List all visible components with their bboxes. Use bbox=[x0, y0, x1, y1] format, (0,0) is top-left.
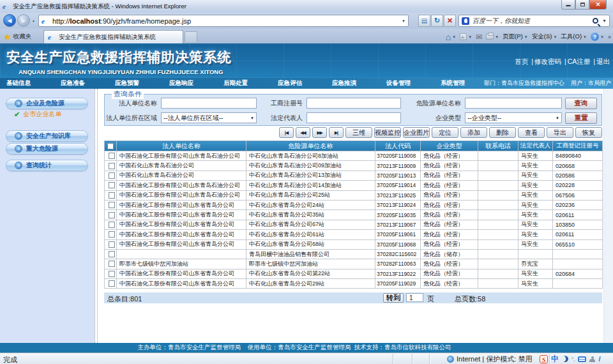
table-row[interactable]: 青岛田横中油油品销售有限公司370282C115602危化品（储存） bbox=[105, 249, 603, 259]
forward-button[interactable]: ► bbox=[17, 14, 30, 27]
security-menu-dropdown[interactable]: ▼ bbox=[553, 35, 557, 39]
toolbar-button[interactable]: 导出 bbox=[547, 127, 573, 138]
menu-item[interactable]: 设备管理 bbox=[380, 79, 434, 87]
nav-history-dropdown[interactable]: ▼ bbox=[32, 19, 35, 23]
sidebar-item-city-enterprise-list[interactable]: ✔全市企业名单 bbox=[14, 110, 61, 119]
menu-item[interactable]: 基础信息 bbox=[0, 79, 54, 87]
toolbar-button[interactable]: 定位 bbox=[432, 127, 458, 138]
toolbar-button[interactable]: 恢复 bbox=[575, 127, 602, 138]
mail-icon[interactable]: ✉ bbox=[476, 33, 482, 42]
favorites-button[interactable]: ★ 收藏夹 bbox=[4, 31, 31, 42]
menu-item[interactable]: 应急响应 bbox=[163, 79, 217, 87]
select-all-checkbox[interactable] bbox=[107, 143, 114, 149]
settings-wrench-icon[interactable]: / bbox=[598, 355, 600, 363]
feeds-icon[interactable] bbox=[460, 33, 467, 40]
table-row[interactable]: 中国石油化工股份有限公司山东省青岛分公司中石化山东省青岛分公司第22站37021… bbox=[105, 269, 603, 278]
legal-rep-input[interactable] bbox=[306, 112, 401, 123]
pager-nav-button[interactable]: ▶| bbox=[329, 127, 344, 138]
tools-menu[interactable]: 工具(O) bbox=[561, 33, 582, 41]
scrollbar-track[interactable] bbox=[603, 89, 613, 343]
row-checkbox[interactable] bbox=[109, 251, 115, 257]
row-checkbox[interactable] bbox=[109, 261, 115, 267]
row-checkbox[interactable] bbox=[109, 231, 115, 238]
registration-no-input[interactable] bbox=[306, 98, 401, 109]
fullwidth-mode-icon[interactable]: ☽ bbox=[561, 355, 569, 363]
soft-keyboard-icon[interactable] bbox=[578, 356, 586, 362]
punctuation-mode-icon[interactable]: °, bbox=[571, 356, 575, 362]
minimize-button[interactable]: ▬ bbox=[561, 0, 575, 10]
table-row[interactable]: 即墨市七级镇中岔河加油站即墨市七级镇中岔河加油站370282F110063危化品… bbox=[105, 259, 603, 269]
help-dropdown[interactable]: ▼ bbox=[600, 35, 604, 39]
pager-nav-button[interactable]: ▶▶ bbox=[312, 127, 327, 138]
banner-link[interactable]: CA注册 bbox=[568, 57, 591, 66]
sidebar-item-query-statistics[interactable]: »查询统计 bbox=[6, 160, 88, 171]
pager-nav-button[interactable]: |◀ bbox=[279, 127, 294, 138]
toolbar-button[interactable]: 视频监控 bbox=[374, 127, 401, 138]
url-dropdown[interactable]: ▼ bbox=[402, 19, 405, 23]
overflow-chevron[interactable]: » bbox=[608, 34, 610, 40]
row-checkbox[interactable] bbox=[109, 271, 115, 277]
enterprise-type-select[interactable]: --企业类型--▼ bbox=[465, 112, 562, 123]
table-row[interactable]: 中国石化山东青岛石油分公司中石化山东青岛石油分公司09加油站370213F119… bbox=[105, 161, 603, 171]
table-row[interactable]: 中国石油化工股份有限公司山东省青岛分公司中石化山东省青岛分公司24站370213… bbox=[105, 200, 603, 209]
row-checkbox[interactable] bbox=[109, 163, 115, 169]
compatibility-view-button[interactable]: ▤ bbox=[418, 15, 430, 27]
hazard-name-input[interactable] bbox=[465, 98, 562, 109]
row-checkbox[interactable] bbox=[109, 212, 115, 218]
row-checkbox[interactable] bbox=[109, 280, 115, 287]
browser-tab[interactable]: e 安全生产应急救援指挥辅助决策系统 bbox=[43, 30, 183, 43]
goto-page-button[interactable]: 转到 bbox=[383, 293, 404, 303]
banner-link[interactable]: 首页 bbox=[515, 57, 528, 66]
row-checkbox[interactable] bbox=[109, 182, 115, 188]
stop-button[interactable]: ✕ bbox=[444, 15, 456, 27]
url-field[interactable]: e http://localhost:90/yjzh/frame/homepag… bbox=[38, 15, 409, 27]
toolbar-button[interactable]: 添加 bbox=[460, 127, 487, 138]
banner-link[interactable]: 修改密码 bbox=[534, 57, 561, 66]
toolbar-button[interactable]: 查看 bbox=[518, 127, 545, 138]
toolbar-button[interactable]: 删除 bbox=[489, 127, 516, 138]
row-checkbox[interactable] bbox=[109, 222, 115, 228]
table-row[interactable]: 中国石油化工股份有限公司山东省青岛分公司中石化山东省青岛分公司61站370205… bbox=[105, 230, 603, 239]
query-button[interactable]: 查询 bbox=[565, 98, 597, 109]
table-row[interactable]: 中国石油化工股份有限公司山东青岛石油分公司中石化山东青岛石油分公司25站3702… bbox=[105, 190, 603, 200]
back-button[interactable]: ◄ bbox=[3, 14, 16, 27]
tools-menu-dropdown[interactable]: ▼ bbox=[583, 35, 587, 39]
sidebar-item-enterprise-hazard[interactable]: »企业及危险源 bbox=[6, 98, 88, 109]
table-row[interactable]: 中国石化山东青岛石油分公司中石化山东青岛石油分公司13加油站370205F119… bbox=[105, 171, 603, 180]
table-row[interactable]: 中国石油化工股份有限公司山东省青岛分公司中石化山东省青岛分公司67站370213… bbox=[105, 220, 603, 229]
search-box[interactable]: 百度一下，你就知道 ▼ bbox=[458, 15, 610, 27]
region-select[interactable]: --法人单位所在区域--▼ bbox=[161, 112, 257, 123]
menu-item[interactable]: 应急评估 bbox=[271, 79, 326, 87]
refresh-button[interactable]: ↻ bbox=[431, 15, 443, 27]
row-checkbox[interactable] bbox=[109, 172, 115, 179]
help-icon[interactable]: ? bbox=[591, 33, 599, 41]
search-dropdown[interactable]: ▼ bbox=[602, 19, 607, 23]
legal-name-input[interactable] bbox=[161, 98, 257, 109]
menu-item[interactable]: 应急准备 bbox=[54, 79, 109, 87]
menu-item[interactable]: 后期处置 bbox=[217, 79, 271, 87]
close-button[interactable]: ✕ bbox=[589, 0, 607, 10]
menu-item[interactable]: 系统管理 bbox=[434, 79, 488, 87]
home-icon[interactable]: ⌂ bbox=[446, 32, 451, 42]
print-dropdown[interactable]: ▼ bbox=[495, 35, 499, 39]
new-tab-button[interactable] bbox=[185, 31, 197, 42]
toolbar-button[interactable]: 三维 bbox=[345, 127, 372, 138]
toolbar-button[interactable]: 企业图片 bbox=[403, 127, 430, 138]
chinese-mode-icon[interactable]: 中 bbox=[551, 354, 559, 364]
row-checkbox[interactable] bbox=[109, 241, 115, 248]
menu-item[interactable]: 应急预警 bbox=[109, 79, 163, 87]
page-number-input[interactable]: 1 bbox=[406, 293, 423, 302]
maximize-button[interactable] bbox=[575, 0, 589, 10]
table-row[interactable]: 中国石油化工股份有限公司山东省青岛分公司中石化山东省青岛分公司68站370205… bbox=[105, 239, 603, 249]
pager-nav-button[interactable]: ◀◀ bbox=[296, 127, 310, 138]
banner-link[interactable]: 退出 bbox=[596, 57, 610, 66]
sidebar-item-knowledge-base[interactable]: »安全生产知识库 bbox=[6, 130, 88, 142]
feeds-dropdown[interactable]: ▼ bbox=[468, 35, 472, 39]
security-menu[interactable]: 安全(S) bbox=[532, 33, 552, 41]
sogou-icon[interactable]: S bbox=[540, 355, 548, 363]
page-menu[interactable]: 页面(P) bbox=[503, 33, 523, 41]
row-checkbox[interactable] bbox=[109, 153, 115, 159]
table-row[interactable]: 中国石油化工股份有限公司山东省青岛分公司中石化山东省青岛分公司35站370205… bbox=[105, 210, 603, 220]
search-icon[interactable] bbox=[593, 18, 598, 24]
row-checkbox[interactable] bbox=[109, 192, 115, 199]
